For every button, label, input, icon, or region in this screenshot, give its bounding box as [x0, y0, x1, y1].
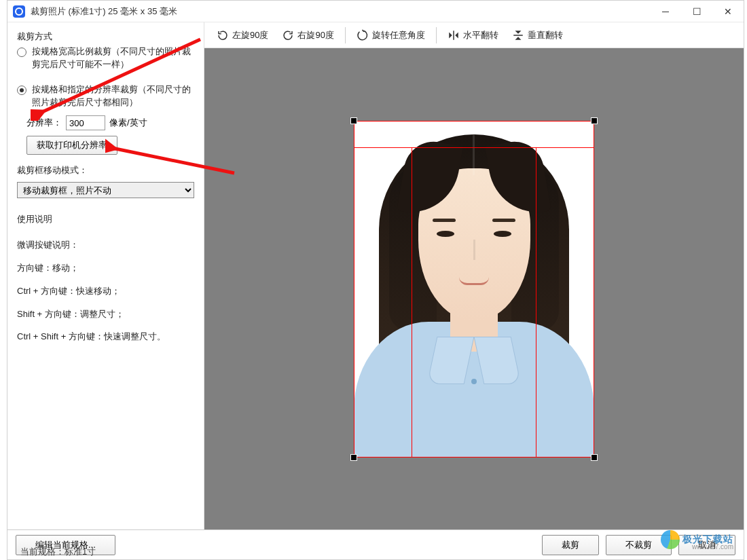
crop-handle-bottom-right[interactable]: [591, 454, 598, 461]
flip-horizontal-icon: [448, 29, 460, 41]
crop-photo-dialog: 裁剪照片 (标准1寸) 25 毫米 x 35 毫米 ─ ☐ ✕ 裁剪方式 按规格…: [7, 0, 744, 560]
radio-label: 按规格宽高比例裁剪（不同尺寸的照片裁剪完后尺寸可能不一样）: [32, 45, 194, 71]
minimize-button[interactable]: ─: [650, 1, 681, 22]
crop-method-section: 裁剪方式 按规格宽高比例裁剪（不同尺寸的照片裁剪完后尺寸可能不一样） 按规格和指…: [17, 31, 194, 155]
move-mode-select[interactable]: 移动裁剪框，照片不动: [17, 182, 194, 198]
instruction-line: 微调按键说明：: [17, 234, 194, 257]
app-icon: [13, 5, 25, 18]
tool-label: 垂直翻转: [528, 29, 563, 41]
radio-aspect-ratio[interactable]: 按规格宽高比例裁剪（不同尺寸的照片裁剪完后尺寸可能不一样）: [17, 45, 194, 71]
close-button[interactable]: ✕: [712, 1, 744, 22]
tool-label: 旋转任意角度: [372, 29, 425, 41]
flip-horizontal-button[interactable]: 水平翻转: [442, 26, 504, 44]
rotate-right-icon: [282, 29, 294, 41]
watermark-logo-icon: [661, 530, 680, 549]
crop-handle-bottom-left[interactable]: [350, 454, 357, 461]
canvas-area: 左旋90度 右旋90度 旋转任意角度: [204, 22, 744, 529]
radio-icon: [17, 86, 26, 95]
instruction-line: Shift + 方向键：调整尺寸；: [17, 303, 194, 326]
rotate-right-button[interactable]: 右旋90度: [276, 26, 339, 44]
sidebar: 裁剪方式 按规格宽高比例裁剪（不同尺寸的照片裁剪完后尺寸可能不一样） 按规格和指…: [7, 22, 204, 529]
rotate-any-icon: [357, 29, 369, 41]
window-title: 裁剪照片 (标准1寸) 25 毫米 x 35 毫米: [31, 5, 650, 18]
resolution-row: 分辨率： 像素/英寸: [26, 115, 194, 130]
toolbar-separator: [436, 27, 437, 43]
flip-vertical-icon: [512, 29, 524, 41]
instructions-title: 使用说明: [17, 208, 194, 231]
photo-canvas[interactable]: [204, 48, 744, 529]
tool-label: 右旋90度: [297, 29, 333, 41]
toolbar-separator: [345, 27, 346, 43]
radio-fixed-resolution[interactable]: 按规格和指定的分辨率裁剪（不同尺寸的照片裁剪完后尺寸都相同）: [17, 83, 194, 109]
watermark: 极光下载站 www.xz7.com: [661, 530, 733, 549]
rotate-left-button[interactable]: 左旋90度: [211, 26, 274, 44]
maximize-button[interactable]: ☐: [681, 1, 712, 22]
get-printer-resolution-button[interactable]: 获取打印机分辨率: [26, 136, 117, 155]
passport-photo: [354, 121, 594, 458]
tool-label: 水平翻转: [463, 29, 498, 41]
crop-handle-top-left[interactable]: [350, 117, 357, 124]
rotate-any-button[interactable]: 旋转任意角度: [351, 26, 431, 44]
move-mode-section: 裁剪框移动模式： 移动裁剪框，照片不动: [17, 164, 194, 198]
crop-method-label: 裁剪方式: [17, 31, 194, 43]
crop-button[interactable]: 裁剪: [542, 535, 599, 555]
instruction-line: Ctrl + Shift + 方向键：快速调整尺寸。: [17, 325, 194, 348]
toolbar: 左旋90度 右旋90度 旋转任意角度: [204, 22, 744, 48]
resolution-unit: 像素/英寸: [109, 117, 147, 129]
titlebar: 裁剪照片 (标准1寸) 25 毫米 x 35 毫米 ─ ☐ ✕: [7, 1, 744, 22]
window-controls: ─ ☐ ✕: [650, 1, 744, 22]
tool-label: 左旋90度: [232, 29, 268, 41]
main-area: 裁剪方式 按规格宽高比例裁剪（不同尺寸的照片裁剪完后尺寸可能不一样） 按规格和指…: [7, 22, 744, 529]
bottom-bar: 编辑当前规格... 裁剪 不裁剪 取消: [7, 529, 744, 559]
photo-frame[interactable]: [354, 121, 594, 458]
crop-method-radio-group: 按规格宽高比例裁剪（不同尺寸的照片裁剪完后尺寸可能不一样） 按规格和指定的分辨率…: [17, 45, 194, 109]
resolution-input[interactable]: [66, 115, 105, 130]
radio-label: 按规格和指定的分辨率裁剪（不同尺寸的照片裁剪完后尺寸都相同）: [32, 83, 194, 109]
move-mode-label: 裁剪框移动模式：: [17, 164, 194, 176]
instructions-section: 使用说明 微调按键说明： 方向键：移动； Ctrl + 方向键：快速移动； Sh…: [17, 208, 194, 348]
radio-icon: [17, 48, 26, 57]
crop-handle-top-right[interactable]: [591, 117, 598, 124]
flip-vertical-button[interactable]: 垂直翻转: [507, 26, 568, 44]
rotate-left-icon: [217, 29, 229, 41]
resolution-label: 分辨率：: [26, 117, 62, 129]
status-text: 当前规格：标准1寸: [20, 546, 96, 558]
instruction-line: 方向键：移动；: [17, 257, 194, 280]
watermark-url: www.xz7.com: [692, 543, 733, 550]
instruction-line: Ctrl + 方向键：快速移动；: [17, 280, 194, 303]
